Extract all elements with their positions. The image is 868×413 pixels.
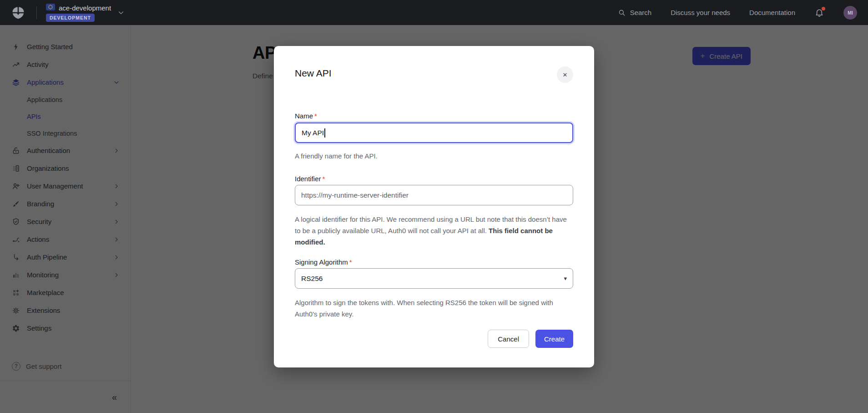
eu-flag-icon <box>46 4 55 12</box>
avatar[interactable]: MI <box>843 6 857 20</box>
tenant-switcher[interactable]: ace-development DEVELOPMENT <box>46 4 111 22</box>
search-button[interactable]: Search <box>618 9 652 17</box>
close-button[interactable]: ✕ <box>557 66 573 83</box>
name-helper-text: A friendly name for the API. <box>295 152 573 161</box>
name-input[interactable]: My API <box>295 122 573 143</box>
new-api-modal: New API ✕ Name* My API A friendly name f… <box>274 46 594 367</box>
dropdown-caret-icon: ▾ <box>564 275 567 282</box>
search-label: Search <box>630 9 652 16</box>
environment-badge: DEVELOPMENT <box>46 14 95 22</box>
documentation-link[interactable]: Documentation <box>749 9 795 16</box>
identifier-helper-text: A logical identifier for this API. We re… <box>295 214 573 248</box>
name-label: Name* <box>295 112 573 120</box>
tenant-name: ace-development <box>59 4 111 12</box>
required-asterisk: * <box>314 112 317 120</box>
close-icon: ✕ <box>563 71 568 78</box>
auth0-logo-icon <box>11 5 26 20</box>
search-icon <box>618 9 626 17</box>
signing-helper-text: Algorithm to sign the tokens with. When … <box>295 297 573 320</box>
signing-algorithm-label: Signing Algorithm* <box>295 258 573 266</box>
signing-algorithm-value: RS256 <box>301 275 323 283</box>
identifier-input[interactable] <box>295 185 573 205</box>
topbar: ace-development DEVELOPMENT Search Discu… <box>0 0 868 25</box>
modal-title: New API <box>295 66 332 80</box>
cancel-button[interactable]: Cancel <box>488 330 529 348</box>
required-asterisk: * <box>323 175 325 183</box>
discuss-your-needs-link[interactable]: Discuss your needs <box>671 9 730 16</box>
create-button[interactable]: Create <box>535 330 573 348</box>
signing-algorithm-select[interactable]: RS256 ▾ <box>295 268 573 289</box>
text-cursor <box>324 128 325 138</box>
chevron-down-icon[interactable] <box>117 9 125 16</box>
notification-dot <box>822 7 825 10</box>
topbar-divider <box>36 6 37 19</box>
notifications-button[interactable] <box>814 8 824 18</box>
identifier-label: Identifier* <box>295 175 573 183</box>
required-asterisk: * <box>349 258 352 266</box>
name-input-value: My API <box>302 129 324 137</box>
